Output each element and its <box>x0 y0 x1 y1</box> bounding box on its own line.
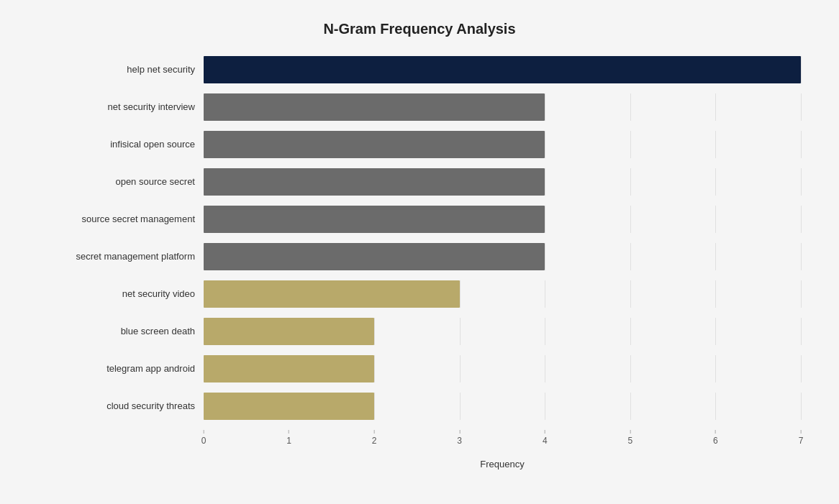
x-tick-line <box>459 430 460 434</box>
grid-line <box>630 206 631 233</box>
x-axis-label-row: Frequency <box>38 456 801 469</box>
bar-track-wrapper <box>204 206 801 233</box>
grid-line <box>715 168 716 196</box>
grid-line <box>460 318 461 345</box>
grid-line <box>545 206 545 233</box>
x-tick: 6 <box>713 430 718 446</box>
grid-line <box>630 131 631 158</box>
bar-track-wrapper <box>204 355 801 382</box>
grid-line <box>801 131 802 158</box>
bar-label: net security interview <box>38 101 204 112</box>
grid-line <box>801 355 802 382</box>
x-tick-line <box>630 430 630 434</box>
bar-track-wrapper <box>204 243 801 270</box>
bar-row: net security interview <box>38 89 801 125</box>
grid-line <box>715 280 716 308</box>
grid-line <box>715 355 716 382</box>
bar-row: help net security <box>38 52 801 88</box>
bar-track-wrapper <box>204 56 801 83</box>
grid-line <box>630 318 631 345</box>
bar-fill <box>204 355 374 382</box>
bar-label: secret management platform <box>38 251 204 262</box>
grid-line <box>545 318 545 345</box>
grid-line <box>545 168 545 196</box>
grid-line <box>460 355 461 382</box>
chart-area: help net securitynet security interviewi… <box>38 52 801 426</box>
x-tick-line <box>715 430 716 434</box>
grid-line <box>801 56 802 83</box>
x-tick: 5 <box>628 430 633 446</box>
bar-label: telegram app android <box>38 363 204 374</box>
bar-row: cloud security threats <box>38 388 801 424</box>
x-tick-line <box>204 430 204 434</box>
x-tick: 7 <box>799 430 804 446</box>
grid-line <box>630 280 631 308</box>
grid-line <box>630 168 631 196</box>
bar-track-wrapper <box>204 93 801 121</box>
bar-row: secret management platform <box>38 239 801 275</box>
bar-label: infisical open source <box>38 139 204 150</box>
bar-fill <box>204 131 545 158</box>
bar-label: open source secret <box>38 176 204 187</box>
grid-line <box>801 243 802 270</box>
x-axis: 01234567 <box>204 430 801 452</box>
bar-fill <box>204 318 374 345</box>
bar-track-wrapper <box>204 280 801 308</box>
bar-row: infisical open source <box>38 127 801 162</box>
bar-track-wrapper <box>204 131 801 158</box>
x-tick: 4 <box>543 430 548 446</box>
grid-line <box>374 318 375 345</box>
grid-line <box>715 318 716 345</box>
grid-line <box>374 393 375 420</box>
grid-line <box>374 355 375 382</box>
bar-row: open source secret <box>38 164 801 200</box>
grid-line <box>801 168 802 196</box>
x-tick: 1 <box>286 430 291 446</box>
x-axis-area: 01234567 <box>38 430 801 452</box>
grid-line <box>715 393 716 420</box>
bar-fill <box>204 206 545 233</box>
grid-line <box>545 355 545 382</box>
x-tick-line <box>801 430 802 434</box>
chart-title: N-Gram Frequency Analysis <box>38 21 801 37</box>
bar-label: source secret management <box>38 214 204 224</box>
grid-line <box>715 243 716 270</box>
grid-line <box>801 318 802 345</box>
grid-line <box>545 393 545 420</box>
bar-fill <box>204 393 374 420</box>
grid-line <box>545 131 545 158</box>
grid-line <box>545 243 545 270</box>
bar-fill <box>204 93 545 121</box>
grid-line <box>460 393 461 420</box>
chart-container: N-Gram Frequency Analysis help net secur… <box>24 6 815 498</box>
bar-label: cloud security threats <box>38 400 204 411</box>
bar-label: help net security <box>38 64 204 75</box>
bar-label: net security video <box>38 288 204 299</box>
grid-line <box>715 131 716 158</box>
grid-line <box>715 93 716 121</box>
grid-line <box>630 243 631 270</box>
grid-line <box>715 206 716 233</box>
grid-line <box>801 280 802 308</box>
bar-row: blue screen death <box>38 313 801 349</box>
x-tick-line <box>289 430 289 434</box>
grid-line <box>460 280 461 308</box>
grid-line <box>545 93 545 121</box>
bar-track-wrapper <box>204 393 801 420</box>
bar-fill <box>204 243 545 270</box>
x-tick: 3 <box>457 430 462 446</box>
bar-label: blue screen death <box>38 326 204 336</box>
x-tick-line <box>374 430 375 434</box>
grid-line <box>630 355 631 382</box>
bar-row: net security video <box>38 276 801 312</box>
bar-row: source secret management <box>38 201 801 237</box>
x-tick-line <box>545 430 545 434</box>
bar-track-wrapper <box>204 168 801 196</box>
bar-fill <box>204 280 460 308</box>
x-tick: 2 <box>372 430 377 446</box>
grid-line <box>630 93 631 121</box>
grid-line <box>630 393 631 420</box>
x-axis-label: Frequency <box>204 459 801 469</box>
grid-line <box>545 280 545 308</box>
grid-line <box>801 393 802 420</box>
